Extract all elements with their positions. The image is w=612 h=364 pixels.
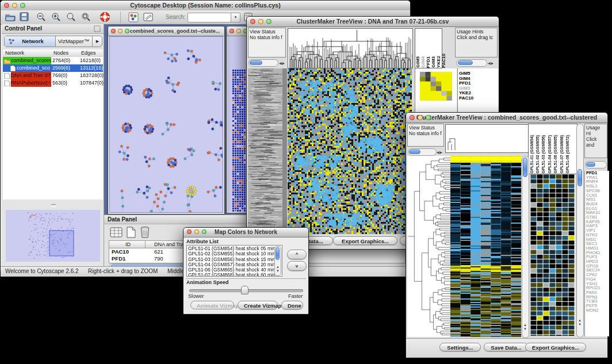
- zoom-window-icon[interactable]: [125, 29, 129, 33]
- column-label: GPL51-08 (GSM872): [565, 135, 569, 174]
- frame1-window-controls[interactable]: [111, 29, 129, 33]
- tv1-column-dendrogram[interactable]: [288, 28, 413, 68]
- treeview1-window-controls[interactable]: [250, 19, 271, 24]
- attribute-list-item[interactable]: GPL51-02 (GSM855) heat shock 10 min: [188, 251, 281, 256]
- panel-splitter[interactable]: [3, 200, 103, 210]
- col-edges[interactable]: Edges: [81, 49, 96, 57]
- zoom-fit-icon[interactable]: [81, 12, 91, 22]
- save-data-button[interactable]: Save Data...: [484, 343, 529, 351]
- annotation-icon[interactable]: [143, 12, 154, 22]
- attribute-list-item[interactable]: GPL51-04 (GSM857) heat shock 20 min: [188, 262, 281, 267]
- close-icon[interactable]: [410, 115, 415, 120]
- network-canvas[interactable]: [109, 36, 223, 213]
- col-nodes[interactable]: Nodes: [53, 49, 68, 57]
- zoom-window-icon[interactable]: [266, 19, 271, 24]
- search-input[interactable]: [188, 13, 232, 22]
- network-list-item[interactable]: combined_sco2569(6)13112(15): [3, 64, 103, 72]
- dialog-titlebar[interactable]: Map Colors to Network: [183, 228, 308, 237]
- scroll-arrows[interactable]: ◀▶: [437, 150, 443, 154]
- zoom-in-icon[interactable]: [51, 12, 62, 22]
- tv2-gene-vscrollbar[interactable]: ▲▼: [576, 124, 584, 338]
- new-doc-icon[interactable]: [126, 227, 136, 238]
- move-up-button[interactable]: ^: [287, 250, 307, 259]
- scroll-arrows[interactable]: ▲▼: [276, 265, 280, 273]
- treeview1-titlebar[interactable]: ClusterMaker TreeView : DNA and Tran 07-…: [247, 17, 499, 27]
- dialog-window-controls[interactable]: [187, 229, 206, 234]
- tv1-heatmap-canvas[interactable]: [288, 68, 412, 234]
- tab-network[interactable]: Network: [5, 36, 56, 47]
- attribute-list-item[interactable]: GPL51-01 (GSM854) heat shock 05 min: [188, 246, 281, 251]
- zoom-out-icon[interactable]: [36, 12, 47, 22]
- table-icon[interactable]: [110, 227, 123, 238]
- minimize-icon[interactable]: [236, 29, 241, 33]
- usage-hints-title: Usage Hi: [586, 125, 606, 136]
- close-icon[interactable]: [4, 3, 9, 8]
- minimize-icon[interactable]: [258, 19, 263, 24]
- treeview2-titlebar[interactable]: ClusterMaker TreeView : combined_scores_…: [406, 113, 607, 123]
- speed-slider-thumb[interactable]: [241, 286, 248, 294]
- tv2-heatmap-canvas[interactable]: [450, 156, 521, 337]
- treeview2-window-controls[interactable]: [410, 115, 431, 120]
- tv2-hints-scrollbar[interactable]: [585, 161, 607, 168]
- gene-label[interactable]: MON2: [586, 308, 609, 313]
- zoom-window-icon[interactable]: [426, 115, 431, 120]
- network-list-item[interactable]: DNA and Tran 07769(0)183728(0): [3, 72, 103, 79]
- minimize-icon[interactable]: [418, 115, 423, 120]
- minimize-icon[interactable]: [118, 29, 123, 33]
- col-network[interactable]: Network: [5, 49, 24, 57]
- minimize-icon[interactable]: [194, 229, 199, 234]
- scroll-arrows[interactable]: ◀▶: [488, 61, 494, 65]
- window-controls[interactable]: [4, 3, 25, 8]
- tv2-column-dendrogram[interactable]: [445, 124, 529, 153]
- attribute-list-item[interactable]: GPL51-06 (GSM865) heat shock 40 min: [188, 267, 281, 273]
- scroll-arrows[interactable]: ▲▼: [578, 319, 582, 327]
- help-lifesaver-icon[interactable]: [100, 12, 110, 22]
- network-list-item[interactable]: RNAPuberNov2+563(0)107847(0): [3, 79, 103, 87]
- close-icon[interactable]: [250, 19, 255, 24]
- zoom-window-icon[interactable]: [202, 229, 206, 234]
- main-titlebar[interactable]: Cytoscape Desktop (Session Name: collins…: [1, 1, 410, 11]
- close-icon[interactable]: [230, 29, 234, 33]
- export-graphics-button[interactable]: Export Graphics...: [333, 236, 397, 245]
- search-dropdown-icon[interactable]: ▼: [231, 13, 240, 22]
- divider: [186, 278, 306, 279]
- close-icon[interactable]: [187, 229, 192, 234]
- tv1-row-dendrogram[interactable]: [248, 68, 287, 234]
- create-vizmap-button[interactable]: Create Vizmap: [238, 301, 278, 309]
- tv2-gene-list[interactable]: PFD1YRA1RNR4MSL1SPC98CLN1NIS1BUD4ELG1MAK…: [584, 171, 609, 336]
- vizmap-icon[interactable]: [128, 12, 139, 22]
- tv2-zoom-heatmap[interactable]: [530, 174, 575, 336]
- tv1-zoom-heatmap[interactable]: [420, 72, 452, 101]
- zoom-window-icon[interactable]: [20, 3, 25, 8]
- settings-button[interactable]: Settings...: [439, 343, 481, 351]
- network-overview-canvas[interactable]: [6, 210, 100, 262]
- tv2-heatmap-vscrollbar[interactable]: ▲▼: [522, 156, 529, 338]
- float-panel-icon[interactable]: [94, 25, 101, 32]
- tab-overflow-arrow[interactable]: ▶: [92, 36, 102, 47]
- zoom-actual-icon[interactable]: [66, 12, 76, 22]
- done-button[interactable]: Done: [281, 301, 303, 309]
- export-graphics-button[interactable]: Export Graphics...: [525, 343, 586, 351]
- attribute-list-scrollbar[interactable]: ▲▼: [274, 246, 281, 276]
- animate-vizmap-button[interactable]: Animate Vizmap: [190, 301, 234, 309]
- attribute-list-item[interactable]: GPL51-07 (GSM868) heat shock 60 min: [188, 273, 281, 277]
- tv1-hints-scrollbar[interactable]: [456, 59, 487, 67]
- attribute-list-label: Attribute List: [186, 239, 219, 244]
- tab-vizmapper[interactable]: VizMapper™: [55, 36, 92, 47]
- minimize-icon[interactable]: [12, 3, 17, 8]
- open-folder-icon[interactable]: [5, 12, 16, 22]
- attribute-list-item[interactable]: GPL51-03 (GSM856) heat shock 15 min: [188, 257, 281, 262]
- scroll-arrows[interactable]: ▲▼: [523, 323, 527, 331]
- attr-col-id[interactable]: ID: [125, 241, 131, 248]
- frame2-window-controls[interactable]: [230, 29, 248, 33]
- tv2-status-scrollbar[interactable]: [408, 148, 437, 156]
- network-list-item[interactable]: combined_scores_2764(0)16218(0): [3, 57, 103, 64]
- save-icon[interactable]: [20, 12, 29, 22]
- move-down-button[interactable]: v: [287, 261, 307, 271]
- close-icon[interactable]: [111, 29, 116, 33]
- scroll-arrows[interactable]: ◀▶: [279, 61, 285, 65]
- trash-icon[interactable]: [140, 226, 150, 239]
- tv2-row-dendrogram[interactable]: [407, 156, 450, 337]
- tv1-status-scrollbar[interactable]: [248, 59, 278, 67]
- attribute-listbox[interactable]: GPL51-01 (GSM854) heat shock 05 minGPL51…: [186, 245, 282, 277]
